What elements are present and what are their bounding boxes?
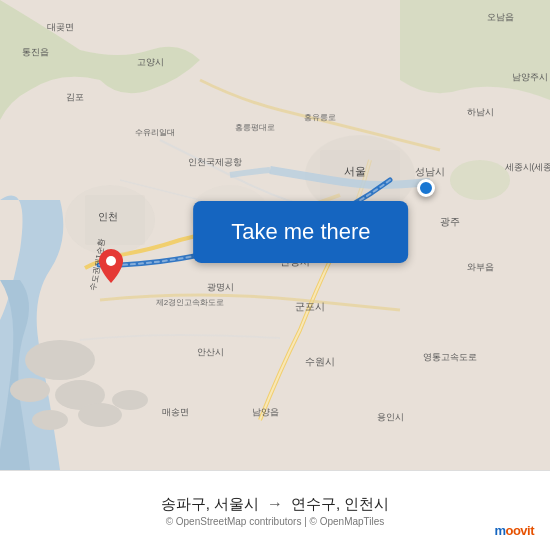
svg-point-6 xyxy=(112,390,148,410)
route-text: 송파구, 서울시 → 연수구, 인천시 xyxy=(161,495,390,514)
svg-point-12 xyxy=(450,160,510,200)
svg-text:통진읍: 통진읍 xyxy=(22,47,49,57)
svg-text:홍릉평대로: 홍릉평대로 xyxy=(235,123,275,132)
svg-text:인천: 인천 xyxy=(98,211,118,222)
svg-text:오남읍: 오남읍 xyxy=(487,12,514,22)
svg-point-1 xyxy=(25,340,95,380)
route-arrow-icon: → xyxy=(267,495,283,513)
svg-text:세종시(세종): 세종시(세종) xyxy=(505,162,551,172)
svg-text:서울: 서울 xyxy=(344,165,366,177)
svg-text:수유리일대: 수유리일대 xyxy=(135,128,175,137)
svg-point-4 xyxy=(32,410,68,430)
svg-text:남양읍: 남양읍 xyxy=(252,407,279,417)
svg-text:매송면: 매송면 xyxy=(162,407,189,417)
svg-text:제2경인고속화도로: 제2경인고속화도로 xyxy=(156,298,224,307)
svg-text:군포시: 군포시 xyxy=(295,301,325,312)
svg-text:남양주시: 남양주시 xyxy=(512,72,548,82)
route-origin: 송파구, 서울시 xyxy=(161,495,259,514)
take-me-there-button[interactable]: Take me there xyxy=(193,201,408,263)
svg-text:용인시: 용인시 xyxy=(377,412,404,422)
svg-point-42 xyxy=(106,256,116,266)
origin-marker xyxy=(417,179,435,197)
svg-text:광주: 광주 xyxy=(440,216,460,227)
svg-text:인천국제공항: 인천국제공항 xyxy=(188,157,242,167)
svg-text:와부읍: 와부읍 xyxy=(467,262,494,272)
route-destination: 연수구, 인천시 xyxy=(291,495,389,514)
svg-point-5 xyxy=(78,403,122,427)
svg-text:홍유릉로: 홍유릉로 xyxy=(304,113,336,122)
svg-text:고양시: 고양시 xyxy=(137,57,164,67)
svg-text:안산시: 안산시 xyxy=(197,347,224,357)
attribution-text: © OpenStreetMap contributors | © OpenMap… xyxy=(166,516,385,527)
svg-text:수원시: 수원시 xyxy=(305,356,335,367)
svg-text:하남시: 하남시 xyxy=(467,107,494,117)
svg-point-2 xyxy=(10,378,50,402)
svg-text:광명시: 광명시 xyxy=(207,282,234,292)
map-container: 서울 인천 부천시 인천국제공항 안양시 군포시 수원시 안산시 성남시 광주 … xyxy=(0,0,550,470)
bottom-bar: 송파구, 서울시 → 연수구, 인천시 © OpenStreetMap cont… xyxy=(0,470,550,550)
svg-text:성남시: 성남시 xyxy=(415,166,445,177)
moovit-logo: moovit xyxy=(494,523,534,538)
svg-text:김포: 김포 xyxy=(66,92,84,102)
svg-text:대곶면: 대곶면 xyxy=(47,22,74,32)
svg-text:영통고속도로: 영통고속도로 xyxy=(423,352,477,362)
destination-marker xyxy=(99,249,123,283)
